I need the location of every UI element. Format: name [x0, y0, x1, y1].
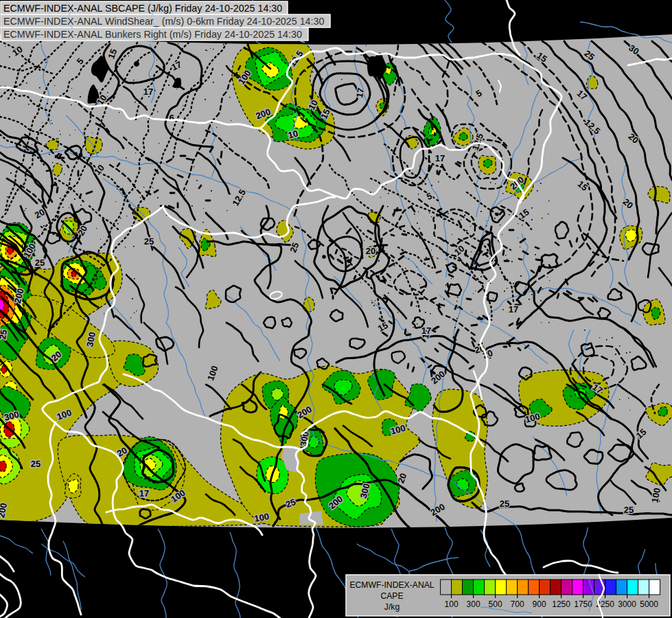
svg-text:500: 500: [489, 599, 502, 609]
svg-text:700: 700: [511, 599, 524, 609]
svg-text:ECMWF-INDEX-ANAL SBCAPE (J/kg): ECMWF-INDEX-ANAL SBCAPE (J/kg) Friday 24…: [3, 3, 282, 14]
svg-text:25: 25: [624, 505, 634, 515]
svg-text:ECMWF-INDEX-ANAL WindShear_ (m: ECMWF-INDEX-ANAL WindShear_ (m/s) 0-6km …: [3, 16, 324, 27]
svg-text:6: 6: [169, 113, 174, 123]
svg-text:17: 17: [139, 488, 149, 499]
svg-text:25: 25: [35, 258, 45, 268]
svg-text:17: 17: [421, 325, 431, 336]
svg-text:25: 25: [31, 459, 40, 469]
svg-text:20: 20: [366, 246, 375, 256]
svg-text:17: 17: [354, 87, 366, 99]
svg-text:17: 17: [435, 153, 445, 163]
svg-text:3000: 3000: [618, 599, 636, 609]
svg-text:900: 900: [533, 599, 546, 609]
svg-text:100: 100: [445, 599, 459, 609]
svg-text:25: 25: [144, 236, 154, 247]
svg-text:ECMWF-INDEX-ANAL: ECMWF-INDEX-ANAL: [349, 580, 434, 590]
svg-text:1250: 1250: [552, 599, 570, 609]
svg-text:17: 17: [143, 87, 153, 97]
svg-text:J/kg: J/kg: [384, 602, 399, 612]
svg-text:ECMWF-INDEX-ANAL Bunkers Right: ECMWF-INDEX-ANAL Bunkers Right (m/s) Fri…: [3, 29, 302, 40]
svg-text:17: 17: [509, 304, 518, 314]
svg-text:25: 25: [500, 499, 509, 509]
svg-text:300: 300: [467, 599, 480, 609]
svg-text:CAPE: CAPE: [380, 591, 403, 601]
svg-text:5000: 5000: [640, 599, 658, 609]
